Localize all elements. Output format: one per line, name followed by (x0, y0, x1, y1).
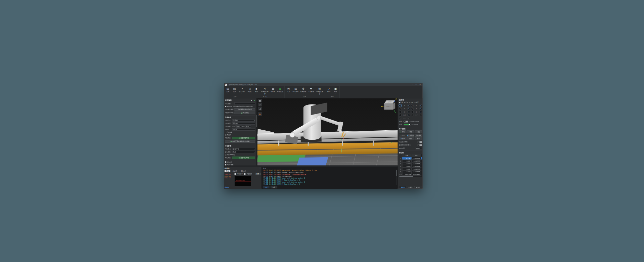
jog-plus-button[interactable]: + (420, 104, 422, 107)
close-button[interactable]: ✕ (419, 84, 421, 86)
auto-locate-button[interactable]: 自动选择焊缝定位焊道 (234, 108, 255, 111)
retreat-spinner[interactable]: 10mm ▴▾ (416, 147, 422, 149)
toggle-switch[interactable] (418, 144, 422, 146)
scrollbar-thumb[interactable] (396, 170, 397, 176)
jog-mode[interactable]: 基座 (415, 101, 419, 103)
jog-mode[interactable]: 关节 (399, 101, 403, 103)
toolbar-button[interactable]: ⚒ 工具 ▾ (286, 87, 291, 94)
monitor-row[interactable]: G.X -3.929 mm 0.000 mm/s (399, 173, 422, 176)
jog-minus-button[interactable]: − (411, 104, 414, 107)
reverse-seam-button[interactable]: ⇄ 焊道反向 (234, 112, 255, 114)
control-button[interactable]: ▶ 开始 (399, 131, 407, 134)
jog-minus-button[interactable]: − (399, 117, 402, 120)
tracking-params-checkbox[interactable] (225, 161, 226, 163)
toolbar-button[interactable]: ⊞ PLC配置 ▾ (293, 87, 299, 94)
nav-cube[interactable]: MECA BACK X Z Y (381, 98, 398, 115)
toolbar-button[interactable]: ▦ 焊缝库 ▾ (270, 87, 275, 94)
log-tab[interactable]: 报警 (271, 186, 277, 189)
jog-minus-button[interactable]: − (399, 114, 402, 117)
viewport-tool-button[interactable]: ◇ (258, 103, 262, 106)
titlebar[interactable]: C CypWeld(Demo Mode) [7.0.110.6] nuKZJAI… (224, 83, 423, 86)
sensor-tab[interactable]: 图像 (225, 170, 230, 172)
control-button[interactable]: ■ 停止 (415, 131, 422, 134)
monitor-row[interactable]: J2 0.000 ° 0.000 RPM (399, 160, 422, 162)
toolbar-button[interactable]: ◎ 焊缝跟踪参数 ▾ (316, 87, 323, 95)
jog-general-hint[interactable]: ⋯ 通用轴点动设置 (409, 121, 419, 123)
log-scrollbar[interactable] (396, 170, 397, 185)
viewport-tool-button[interactable]: ▦ (258, 99, 262, 102)
jog-settings-link[interactable]: ◎ 点动设置 (412, 124, 418, 126)
toolbar-button[interactable]: ? 帮助 ▾ (326, 87, 331, 94)
control-button[interactable]: ▷ 继续 (399, 134, 407, 137)
monitor-tab[interactable]: 轴监控 (399, 186, 407, 188)
rate-knob[interactable] (409, 124, 410, 125)
sensor-preview[interactable]: PrecisionMeasTemp (235, 176, 251, 186)
viewport-tool-button[interactable]: ❏ (258, 107, 262, 111)
sync-update-button[interactable]: ⟳ 同步更新焊接轨迹飞行轨迹 (225, 140, 256, 143)
nav-cube-side-face[interactable] (393, 102, 395, 110)
jog-minus-button[interactable]: − (399, 104, 402, 107)
jog-plus-button[interactable]: + (408, 111, 410, 114)
toolbar-button[interactable]: ▧ 打开 ▾ (232, 87, 237, 94)
control-button[interactable]: 模拟 (407, 137, 414, 140)
log-tab[interactable]: 日志 (263, 186, 270, 189)
update-weld-path-button[interactable]: ⟳ 更新焊接路径 (232, 137, 255, 139)
start-distance-input[interactable]: 0mm (236, 125, 241, 128)
nav-cube-front-face[interactable]: BACK (384, 104, 393, 110)
step-toggle[interactable] (404, 121, 408, 123)
jog-plus-button[interactable]: + (408, 117, 410, 120)
view-button[interactable]: 查看 (255, 173, 261, 175)
monitor-row[interactable]: J1 95.726 ° 0.000 RPM (399, 157, 422, 160)
toolbar-button[interactable]: ❖ 工艺参数 ▾ (308, 87, 314, 94)
toolbar-button[interactable]: ⇥ 导入工件 ▾ (239, 87, 245, 94)
viewport-tool-button[interactable]: ⚙ (258, 113, 262, 116)
jog-plus-button[interactable]: + (420, 107, 422, 110)
maximize-button[interactable]: ❐ (415, 84, 418, 86)
minimize-button[interactable]: – (412, 84, 414, 86)
jog-minus-button[interactable]: − (399, 111, 402, 114)
control-button[interactable]: 空走模拟 (415, 134, 422, 137)
manual-locate-checkbox[interactable] (225, 154, 226, 156)
scrollbar-thumb[interactable] (399, 176, 413, 177)
weld-position-select[interactable]: 平焊缝 (232, 119, 255, 122)
toolbar-button[interactable]: ▶ 模拟 ▾ (254, 87, 259, 94)
cancel-icon[interactable]: ✕ (251, 99, 253, 101)
sensor-link[interactable]: 传感器 (225, 186, 229, 188)
jog-plus-button[interactable]: + (408, 107, 410, 110)
travel-angle-input[interactable]: 16.00° (232, 128, 255, 131)
monitor-tab[interactable]: AI监控 (414, 186, 422, 188)
spinner-arrows-icon[interactable]: ▴▾ (421, 148, 422, 149)
detect-region-checkbox[interactable] (244, 173, 246, 175)
monitor-row[interactable]: J4 0.000 ° 0.000 RPM (399, 165, 422, 168)
seam-name-input[interactable] (234, 102, 255, 105)
monitor-tab[interactable]: IO监控 (407, 186, 414, 188)
jog-mode[interactable]: 工具 (410, 101, 414, 103)
toolbar-button[interactable]: ⌂ 回原点 ▾ (248, 87, 253, 94)
monitor-row[interactable]: J6 0.000 ° 0.000 RPM (399, 171, 422, 173)
seam-enable-checkbox[interactable] (225, 106, 226, 107)
jog-minus-button[interactable]: − (411, 107, 414, 110)
toolbar-button[interactable]: ● 视图状态 ▾ (277, 87, 283, 94)
expand-icon[interactable]: ⛶ (260, 168, 261, 170)
toolbar-button[interactable]: ✎ 焊缝路径规划 ▾ (261, 87, 269, 95)
jog-plus-button[interactable]: + (420, 114, 422, 117)
toggle-switch[interactable] (418, 141, 422, 143)
jog-plus-button[interactable]: + (408, 104, 410, 107)
weave-checkbox[interactable] (225, 134, 226, 136)
jog-mode[interactable]: 世界 (404, 101, 408, 103)
show-track-checkbox[interactable] (235, 173, 236, 175)
toolbar-button[interactable]: ▤ 文件 ▾ (225, 87, 230, 94)
sensor-tab[interactable]: 轨迹图 (231, 170, 239, 172)
jog-minus-button[interactable]: − (399, 107, 402, 110)
confirm-icon[interactable]: ✔ (254, 99, 255, 101)
joint-type-select[interactable]: 角接 (232, 151, 255, 153)
end-distance-input[interactable]: 0mm (245, 125, 251, 128)
jog-plus-button[interactable]: + (420, 111, 422, 114)
jog-minus-button[interactable]: − (411, 114, 414, 117)
control-button[interactable]: ⏸ 暂停 (407, 131, 414, 134)
manual-adjust-checkbox[interactable] (225, 132, 226, 133)
monitor-row[interactable]: J5 0.000 ° 0.000 RPM (399, 168, 422, 170)
control-button[interactable]: ◉ 设置 (399, 137, 407, 140)
jog-minus-button[interactable]: − (411, 111, 414, 114)
seam-length-input[interactable]: 25 mm (232, 122, 255, 125)
